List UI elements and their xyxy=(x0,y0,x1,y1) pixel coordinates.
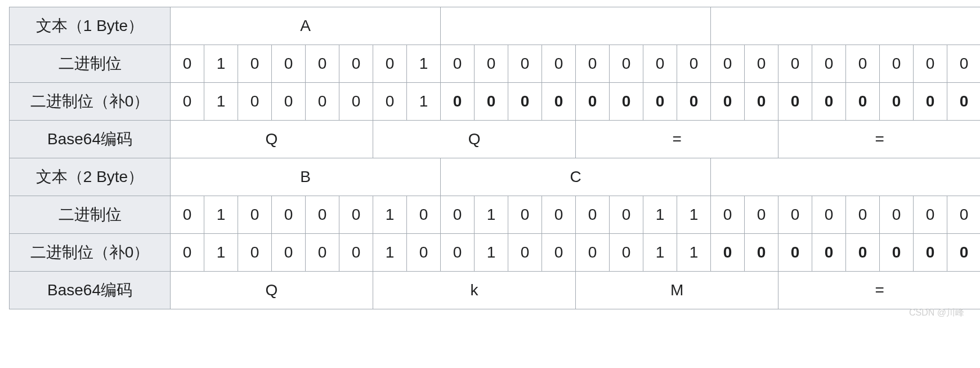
bit-cell: 0 xyxy=(171,83,204,121)
bit-cell: 0 xyxy=(306,83,339,121)
row-label: 文本（2 Byte） xyxy=(10,158,171,196)
bit-cell: 0 xyxy=(542,196,576,234)
bit-cell: 0 xyxy=(846,234,880,272)
row-bits-1: 二进制位 010000010000000000000000 xyxy=(10,45,981,83)
bit-cell: 0 xyxy=(711,45,745,83)
bit-cell: 0 xyxy=(171,45,204,83)
bit-cell: 0 xyxy=(238,196,272,234)
bit-cell: 0 xyxy=(812,234,846,272)
bit-cell: 0 xyxy=(475,83,508,121)
bit-cell: 0 xyxy=(880,45,914,83)
bit-cell: 0 xyxy=(407,234,441,272)
bit-cell: 1 xyxy=(204,234,238,272)
byte-cell: C xyxy=(441,158,711,196)
b64-cell: M xyxy=(576,272,778,309)
row-label: 二进制位（补0） xyxy=(10,234,171,272)
bit-cell: 0 xyxy=(880,196,914,234)
bit-cell: 0 xyxy=(778,83,812,121)
bit-cell: 0 xyxy=(272,234,306,272)
bit-cell: 0 xyxy=(238,234,272,272)
row-label: 文本（1 Byte） xyxy=(10,7,171,45)
row-label: 二进制位 xyxy=(10,196,171,234)
bit-cell: 0 xyxy=(610,196,643,234)
bit-cell: 0 xyxy=(947,234,980,272)
row-bits-pad-1: 二进制位（补0） 010000010000000000000000 xyxy=(10,83,981,121)
bit-cell: 0 xyxy=(812,196,846,234)
bit-cell: 0 xyxy=(812,45,846,83)
bit-cell: 0 xyxy=(677,45,711,83)
bit-cell: 0 xyxy=(745,196,778,234)
row-bits-pad-2: 二进制位（补0） 010000100100001100000000 xyxy=(10,234,981,272)
bit-cell: 0 xyxy=(846,83,880,121)
bit-cell: 0 xyxy=(610,83,643,121)
watermark: CSDN @川峰 xyxy=(9,307,971,319)
bit-cell: 1 xyxy=(677,196,711,234)
bit-cell: 1 xyxy=(204,45,238,83)
bit-cell: 0 xyxy=(711,196,745,234)
bit-cell: 0 xyxy=(947,196,980,234)
bit-cell: 0 xyxy=(373,83,407,121)
bit-cell: 0 xyxy=(778,45,812,83)
row-text-2byte: 文本（2 Byte） B C xyxy=(10,158,981,196)
row-bits-2: 二进制位 010000100100001100000000 xyxy=(10,196,981,234)
byte-cell xyxy=(711,158,980,196)
bit-cell: 0 xyxy=(610,234,643,272)
bit-cell: 0 xyxy=(711,234,745,272)
bit-cell: 0 xyxy=(542,234,576,272)
bit-cell: 0 xyxy=(441,83,475,121)
bit-cell: 0 xyxy=(272,45,306,83)
bit-cell: 1 xyxy=(407,83,441,121)
bit-cell: 0 xyxy=(846,196,880,234)
bit-cell: 0 xyxy=(475,45,508,83)
bit-cell: 0 xyxy=(272,196,306,234)
bit-cell: 1 xyxy=(204,83,238,121)
bit-cell: 0 xyxy=(711,83,745,121)
bit-cell: 0 xyxy=(576,45,610,83)
bit-cell: 0 xyxy=(778,196,812,234)
bit-cell: 0 xyxy=(407,196,441,234)
bit-cell: 0 xyxy=(306,196,339,234)
b64-cell: = xyxy=(778,272,980,309)
bit-cell: 1 xyxy=(677,234,711,272)
bit-cell: 0 xyxy=(576,196,610,234)
bit-cell: 1 xyxy=(373,234,407,272)
bit-cell: 0 xyxy=(576,83,610,121)
b64-cell: k xyxy=(373,272,576,309)
bit-cell: 0 xyxy=(914,196,947,234)
row-label: Base64编码 xyxy=(10,121,171,158)
b64-cell: = xyxy=(778,121,980,158)
row-label: 二进制位（补0） xyxy=(10,83,171,121)
bit-cell: 0 xyxy=(441,196,475,234)
bit-cell: 0 xyxy=(508,45,542,83)
bit-cell: 0 xyxy=(778,234,812,272)
bit-cell: 0 xyxy=(643,45,677,83)
byte-cell: A xyxy=(171,7,441,45)
b64-cell: Q xyxy=(373,121,576,158)
bit-cell: 0 xyxy=(914,83,947,121)
bit-cell: 0 xyxy=(508,83,542,121)
bit-cell: 1 xyxy=(204,196,238,234)
bit-cell: 0 xyxy=(272,83,306,121)
bit-cell: 0 xyxy=(306,45,339,83)
bit-cell: 0 xyxy=(846,45,880,83)
bit-cell: 0 xyxy=(339,45,373,83)
bit-cell: 0 xyxy=(441,45,475,83)
bit-cell: 0 xyxy=(677,83,711,121)
bit-cell: 0 xyxy=(745,45,778,83)
bit-cell: 0 xyxy=(947,83,980,121)
bit-cell: 0 xyxy=(914,234,947,272)
bit-cell: 0 xyxy=(238,45,272,83)
byte-cell xyxy=(711,7,980,45)
b64-cell: = xyxy=(576,121,778,158)
bit-cell: 1 xyxy=(475,196,508,234)
bit-cell: 0 xyxy=(171,234,204,272)
bit-cell: 0 xyxy=(339,83,373,121)
bit-cell: 1 xyxy=(643,196,677,234)
row-b64-2: Base64编码 Q k M = xyxy=(10,272,981,309)
bit-cell: 0 xyxy=(812,83,846,121)
bit-cell: 0 xyxy=(306,234,339,272)
bit-cell: 0 xyxy=(542,83,576,121)
bit-cell: 0 xyxy=(947,45,980,83)
row-text-1byte: 文本（1 Byte） A xyxy=(10,7,981,45)
bit-cell: 0 xyxy=(880,83,914,121)
